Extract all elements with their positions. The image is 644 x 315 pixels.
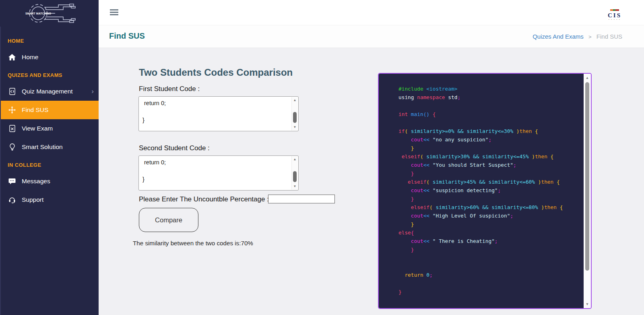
sidebar-item-label: Home <box>22 54 38 61</box>
first-code-textarea[interactable]: return 0; } <box>139 97 291 130</box>
section-header-in-college: IN COLLEGE <box>1 156 99 172</box>
sidebar-item-messages[interactable]: Messages <box>1 172 99 191</box>
sidebar-item-label: Messages <box>22 178 50 185</box>
sidebar-item-smart-solution[interactable]: Smart Solution <box>1 138 99 156</box>
app-logo[interactable]: SMART MATCHING <box>0 0 99 27</box>
sidebar-item-home[interactable]: Home <box>1 48 99 66</box>
code-content: #include <iostream>using namespace std;​… <box>379 74 584 308</box>
percentage-input[interactable] <box>268 195 335 203</box>
section-header-home: HOME <box>1 32 99 48</box>
sidebar-item-label: Support <box>22 196 43 203</box>
file-exam-icon <box>7 125 17 132</box>
hamburger-menu-icon[interactable] <box>110 9 118 17</box>
first-code-label: First Student Code : <box>139 85 200 93</box>
breadcrumb-separator: > <box>588 34 592 40</box>
scroll-up-arrow-icon[interactable]: ▲ <box>584 75 591 81</box>
sidebar-item-label: Find SUS <box>22 106 48 114</box>
code-panel: #include <iostream>using namespace std;​… <box>378 73 592 309</box>
sidebar-nav: HOME Home QUIZES AND EXAMS Quiz Manageme… <box>0 27 99 315</box>
second-code-label: Second Student Code : <box>139 144 210 152</box>
sidebar-item-view-exam[interactable]: View Exam <box>1 119 99 138</box>
code-panel-scrollbar: ▲ ▼ <box>584 74 591 308</box>
textarea-scrollbar: ▲ ▼ <box>291 156 298 190</box>
breadcrumb-current: Find SUS <box>597 33 622 40</box>
brand-subtext-decoration: ▪ ▪ ▪ ▪ ▪ <box>608 19 621 21</box>
textarea-scrollbar: ▲ ▼ <box>291 97 298 131</box>
page-title: Find SUS <box>109 31 145 41</box>
college-brand-logo[interactable]: CIS ▪ ▪ ▪ ▪ ▪ <box>608 6 621 21</box>
lightbulb-icon <box>7 143 17 151</box>
section-header-quizes: QUIZES AND EXAMS <box>1 66 99 82</box>
main-content: Two Students Codes Comparison First Stud… <box>99 48 644 315</box>
percentage-label: Please Enter The Uncountble Percentage : <box>139 195 269 203</box>
scroll-down-arrow-icon[interactable]: ▼ <box>292 184 298 189</box>
scrollbar-thumb[interactable] <box>293 112 297 123</box>
logo-text: SMART MATCHING <box>25 12 51 15</box>
sidebar-item-label: View Exam <box>22 125 53 132</box>
arrows-move-icon <box>7 106 17 114</box>
scroll-up-arrow-icon[interactable]: ▲ <box>292 98 298 103</box>
sidebar-item-quiz-management[interactable]: Quiz Management › <box>1 82 99 101</box>
brand-flag-decoration <box>610 9 619 11</box>
similarity-result: The similarity between the two codes is:… <box>133 240 253 247</box>
breadcrumb: Quizes And Exams > Find SUS <box>533 33 622 40</box>
compare-button[interactable]: Compare <box>139 208 198 232</box>
comparison-heading: Two Students Codes Comparison <box>139 67 293 78</box>
brand-text: CIS <box>608 12 621 19</box>
scroll-up-arrow-icon[interactable]: ▲ <box>292 157 298 162</box>
message-bubble-icon <box>7 178 17 184</box>
sidebar: SMART MATCHING HOME Home QUIZES AND EXAM… <box>0 0 99 315</box>
second-code-textarea[interactable]: return 0; } <box>139 156 291 189</box>
file-code-icon <box>7 88 17 95</box>
scrollbar-thumb[interactable] <box>585 82 589 271</box>
page-header: Find SUS Quizes And Exams > Find SUS <box>99 25 644 48</box>
home-icon <box>7 54 17 60</box>
smart-matching-logo-icon: SMART MATCHING <box>17 2 82 25</box>
sidebar-item-label: Smart Solution <box>22 143 63 151</box>
sidebar-item-support[interactable]: Support <box>1 191 99 209</box>
second-code-textarea-wrap: return 0; } ▲ ▼ <box>138 155 299 191</box>
chevron-right-icon[interactable]: › <box>91 87 94 95</box>
app-window: SMART MATCHING HOME Home QUIZES AND EXAM… <box>0 0 644 315</box>
first-code-textarea-wrap: return 0; } ▲ ▼ <box>138 96 299 131</box>
topbar: CIS ▪ ▪ ▪ ▪ ▪ <box>99 0 644 25</box>
sidebar-item-find-sus[interactable]: Find SUS <box>1 101 99 119</box>
scrollbar-thumb[interactable] <box>293 171 297 182</box>
scroll-down-arrow-icon[interactable]: ▼ <box>584 301 591 307</box>
breadcrumb-link-quizes[interactable]: Quizes And Exams <box>533 33 584 40</box>
sidebar-item-label: Quiz Management <box>22 88 73 95</box>
headset-icon <box>7 197 17 203</box>
scroll-down-arrow-icon[interactable]: ▼ <box>292 125 298 130</box>
